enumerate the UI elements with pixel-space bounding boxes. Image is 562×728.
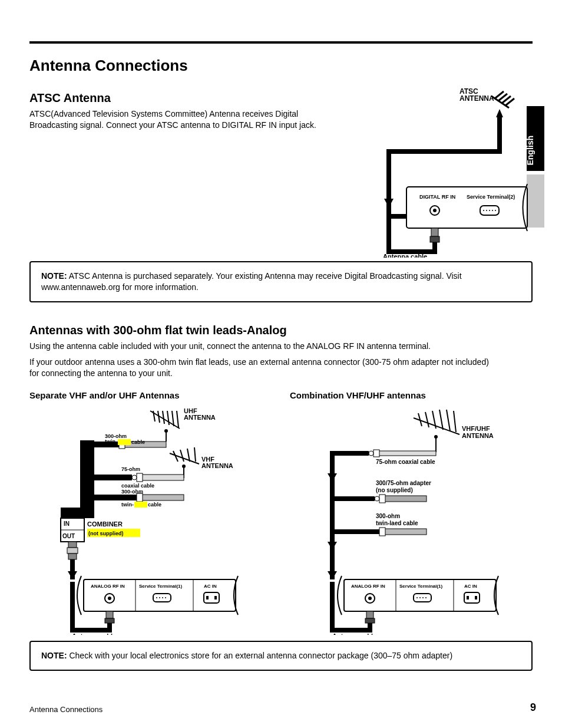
- coax-a2: coaxial cable: [121, 483, 154, 489]
- svg-marker-93: [328, 571, 337, 579]
- footer-page-number: 9: [530, 701, 536, 714]
- adapter-2: (no supplied): [376, 487, 413, 493]
- svg-rect-45: [134, 502, 147, 508]
- section-atsc-title: ATSC Antenna: [29, 91, 359, 105]
- diagram-separate-antennas: UHF ANTENNA 300-ohm twin- cable VHF ANTE…: [29, 405, 253, 635]
- svg-point-61: [156, 597, 157, 598]
- twin-b1: 300-ohm: [121, 489, 143, 495]
- svg-line-72: [425, 412, 429, 427]
- svg-rect-83: [384, 496, 427, 502]
- diagram-combo-antenna: VHF/UHF ANTENNA 75-ohm coaxial cable 300…: [290, 405, 514, 635]
- section-300ohm-desc-2: If your outdoor antenna uses a 300-ohm t…: [29, 357, 501, 379]
- svg-rect-38: [141, 475, 184, 480]
- vhf-label-2: ANTENNA: [201, 462, 233, 469]
- vhf-uhf-antenna-icon: [414, 410, 459, 452]
- svg-point-11: [483, 210, 484, 211]
- svg-point-101: [419, 597, 421, 598]
- svg-marker-92: [328, 542, 337, 550]
- section-atsc-desc: ATSC(Advanced Television Systems Committ…: [29, 108, 348, 131]
- svg-point-62: [159, 597, 160, 598]
- svg-line-35: [194, 447, 196, 462]
- svg-rect-17: [430, 236, 439, 242]
- col-head-combo: Combination VHF/UHF antennas: [290, 390, 533, 400]
- svg-marker-6: [384, 199, 394, 207]
- note-bold-2: NOTE:: [41, 651, 67, 660]
- svg-rect-87: [384, 529, 427, 535]
- coax-a1: 75-ohm: [121, 466, 140, 472]
- svg-rect-107: [366, 611, 373, 618]
- twin-combo-2: twin-laed cable: [376, 520, 418, 526]
- svg-rect-43: [137, 493, 143, 502]
- footer-left: Antenna Connections: [29, 705, 103, 714]
- vhfuhf-label-2: ANTENNA: [462, 432, 494, 439]
- note-bold-1: NOTE:: [41, 271, 67, 281]
- vhfuhf-label-1: VHF/UHF: [462, 425, 490, 432]
- svg-point-63: [162, 597, 163, 598]
- svg-rect-46: [80, 440, 94, 508]
- svg-rect-88: [379, 528, 385, 536]
- coax-combo: 75-ohm coaxial cable: [376, 459, 435, 465]
- svg-point-103: [425, 597, 427, 598]
- col-head-separate: Separate VHF and/or UHF Antennas: [29, 390, 272, 400]
- page-footer: Antenna Connections 9: [29, 701, 536, 714]
- svg-rect-30: [118, 439, 131, 445]
- svg-rect-42: [141, 495, 184, 500]
- port-acin-l: AC IN: [204, 584, 217, 589]
- svg-line-74: [439, 410, 443, 430]
- svg-rect-51: [67, 548, 78, 554]
- svg-point-40: [132, 475, 137, 480]
- svg-point-64: [165, 597, 166, 598]
- svg-point-59: [108, 597, 111, 600]
- svg-rect-47: [61, 508, 94, 518]
- svg-rect-50: [68, 542, 77, 548]
- svg-marker-54: [68, 571, 77, 579]
- svg-rect-52: [68, 554, 77, 559]
- header-rule: [29, 41, 533, 44]
- twin-a3: cable: [131, 439, 145, 445]
- svg-line-33: [180, 450, 184, 462]
- port-service-l: Service Terminal(1): [139, 584, 183, 589]
- svg-line-76: [454, 411, 456, 432]
- svg-rect-67: [214, 596, 217, 599]
- svg-point-15: [495, 210, 496, 211]
- port-analog-rf-l: ANALOG RF IN: [91, 584, 125, 589]
- note-body-1: ATSC Antenna is purchased separately. Yo…: [41, 271, 462, 292]
- combiner-nosupplied: (not supplied): [88, 531, 124, 536]
- combiner-out: OUT: [62, 533, 75, 539]
- port-service-terminal: Service Terminal(2): [467, 194, 515, 200]
- vhf-antenna-icon: [170, 447, 199, 478]
- antenna-cable-label-1: Antenna cable: [383, 253, 427, 258]
- antenna-cable-label-3: Antenna cable: [332, 633, 376, 635]
- svg-point-85: [375, 496, 379, 501]
- note-body-2: Check with your local electronics store …: [69, 651, 452, 660]
- svg-rect-69: [105, 618, 114, 623]
- diagram-atsc: ATSC ANTENNA DIGITAL RF IN Service Termi…: [365, 81, 530, 258]
- note-adapter: NOTE: Check with your local electronics …: [29, 641, 533, 671]
- section-300ohm-desc-1: Using the antenna cable included with yo…: [29, 341, 501, 352]
- twin-b2: twin-: [121, 502, 134, 508]
- svg-marker-91: [328, 473, 337, 482]
- svg-line-21: [163, 411, 164, 424]
- svg-rect-104: [464, 592, 480, 603]
- port-service-r: Service Terminal(1): [399, 584, 443, 589]
- adapter-1: 300/75-ohm adapter: [376, 480, 431, 486]
- svg-point-98: [368, 597, 372, 600]
- svg-rect-65: [204, 592, 219, 603]
- svg-rect-79: [378, 451, 436, 456]
- combiner-in: IN: [64, 521, 70, 527]
- twin-a2: twin-: [105, 439, 117, 444]
- svg-rect-7: [406, 187, 527, 228]
- svg-point-13: [489, 210, 490, 211]
- svg-rect-84: [379, 495, 385, 503]
- page-title: Antenna Connections: [29, 57, 533, 75]
- section-300ohm-title: Antennas with 300-ohm flat twin leads-An…: [29, 324, 533, 337]
- svg-point-81: [369, 451, 373, 456]
- svg-point-100: [416, 597, 418, 598]
- uhf-label-2: ANTENNA: [184, 414, 216, 421]
- svg-rect-106: [475, 596, 477, 599]
- combiner-label: COMBINER: [87, 521, 123, 528]
- note-atsc: NOTE: ATSC Antenna is purchased separate…: [29, 261, 533, 302]
- svg-point-14: [492, 210, 493, 211]
- svg-point-102: [422, 597, 424, 598]
- atsc-antenna-icon: [491, 91, 514, 140]
